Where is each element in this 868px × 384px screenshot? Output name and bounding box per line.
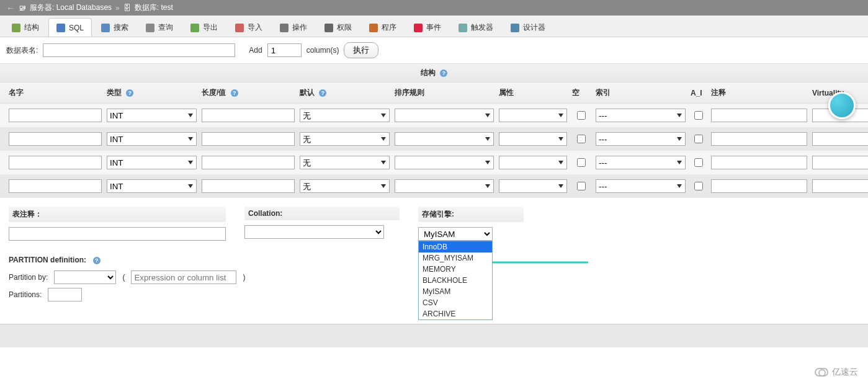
partitions-count-input[interactable] — [48, 288, 82, 301]
tab-operations[interactable]: 操作 — [272, 18, 315, 37]
privileges-icon — [324, 24, 333, 32]
tab-triggers[interactable]: 触发器 — [450, 18, 501, 37]
add-count-input[interactable] — [267, 43, 302, 57]
col-index-select[interactable]: --- — [596, 156, 686, 169]
table-name-label: 数据表名: — [6, 45, 38, 56]
engine-option[interactable]: ARCHIVE — [419, 308, 492, 319]
col-attr-select[interactable] — [499, 156, 567, 169]
engine-option[interactable]: CSV — [419, 297, 492, 308]
columns-label: column(s) — [306, 46, 339, 55]
col-null-checkbox[interactable] — [577, 111, 586, 120]
col-attr-select[interactable] — [499, 179, 567, 193]
col-ai-checkbox[interactable] — [694, 182, 703, 190]
col-default: 默认 ? — [300, 87, 390, 98]
col-index-select[interactable]: --- — [596, 179, 686, 193]
col-type-select[interactable]: INT — [107, 132, 197, 146]
tab-import[interactable]: 导入 — [227, 18, 271, 37]
col-virtuality-select[interactable] — [812, 179, 868, 193]
col-name-input[interactable] — [9, 156, 102, 169]
tab-search[interactable]: 搜索 — [93, 18, 136, 37]
col-comments-input[interactable] — [711, 179, 807, 193]
col-length-input[interactable] — [202, 109, 295, 122]
collation-block: Collation: — [244, 207, 400, 241]
col-length-input[interactable] — [202, 156, 295, 169]
tab-label: 设计器 — [523, 22, 545, 33]
tab-events[interactable]: 事件 — [406, 18, 449, 37]
col-default-select[interactable]: 无 — [300, 179, 390, 193]
col-type-select[interactable]: INT — [107, 109, 197, 122]
table-name-input[interactable] — [43, 43, 235, 57]
col-ai-checkbox[interactable] — [694, 135, 703, 143]
tab-structure[interactable]: 结构 — [4, 18, 47, 37]
engine-option[interactable]: BLACKHOLE — [419, 275, 492, 286]
col-comments: 注释 — [711, 87, 807, 98]
database-icon: 🗄 — [123, 4, 131, 12]
col-attr: 属性 — [499, 87, 567, 98]
table-comment-input[interactable] — [9, 227, 226, 241]
col-ai-checkbox[interactable] — [694, 158, 703, 167]
col-virtuality-select[interactable] — [812, 132, 868, 146]
structure-header: 结构 ? — [0, 63, 868, 83]
breadcrumb-separator: » — [115, 4, 120, 12]
tab-privileges[interactable]: 权限 — [316, 18, 360, 37]
execute-button[interactable]: 执行 — [344, 42, 378, 58]
tab-export[interactable]: 导出 — [182, 18, 226, 37]
col-index-select[interactable]: --- — [596, 109, 686, 122]
col-null-checkbox[interactable] — [577, 158, 586, 167]
partition-by-select[interactable] — [54, 270, 116, 284]
col-name-input[interactable] — [9, 132, 102, 146]
breadcrumb-server[interactable]: 服务器: Local Databases — [30, 2, 112, 13]
help-icon[interactable]: ? — [231, 89, 238, 97]
col-attr-select[interactable] — [499, 132, 567, 146]
col-name-input[interactable] — [9, 179, 102, 193]
breadcrumb-database[interactable]: 数据库: test — [135, 2, 173, 13]
col-default-select[interactable]: 无 — [300, 132, 390, 146]
col-index-select[interactable]: --- — [596, 132, 686, 146]
help-icon[interactable]: ? — [93, 257, 101, 264]
tab-label: 导入 — [248, 22, 262, 33]
table-comment-block: 表注释： — [9, 207, 226, 241]
export-icon — [190, 24, 199, 32]
collation-select[interactable] — [244, 225, 384, 239]
help-icon[interactable]: ? — [319, 89, 326, 97]
col-null-checkbox[interactable] — [577, 135, 586, 143]
engine-option[interactable]: MEMORY — [419, 264, 492, 275]
col-comments-input[interactable] — [711, 132, 807, 146]
col-type-select[interactable]: INT — [107, 179, 197, 193]
partitions-count-label: Partitions: — [9, 290, 42, 299]
tab-sql[interactable]: SQL — [48, 18, 92, 37]
col-default-select[interactable]: 无 — [300, 109, 390, 122]
back-arrow-icon[interactable]: ← — [6, 3, 15, 13]
col-type-select[interactable]: INT — [107, 156, 197, 169]
col-collation-select[interactable] — [395, 179, 494, 193]
col-default-select[interactable]: 无 — [300, 156, 390, 169]
tab-query[interactable]: 查询 — [138, 18, 181, 37]
tab-label: 搜索 — [114, 22, 128, 33]
col-collation-select[interactable] — [395, 109, 494, 122]
col-comments-input[interactable] — [711, 156, 807, 169]
col-length-input[interactable] — [202, 132, 295, 146]
col-attr-select[interactable] — [499, 109, 567, 122]
storage-engine-select[interactable]: MyISAM — [418, 227, 493, 241]
tab-routines[interactable]: 程序 — [361, 18, 405, 37]
col-null-checkbox[interactable] — [577, 182, 586, 190]
engine-option[interactable]: InnoDB — [419, 241, 492, 252]
col-length-input[interactable] — [202, 179, 295, 193]
engine-option[interactable]: MRG_MYISAM — [419, 252, 492, 264]
col-comments-input[interactable] — [711, 109, 807, 122]
partition-expression-input[interactable] — [131, 270, 236, 284]
col-name-input[interactable] — [9, 109, 102, 122]
help-icon[interactable]: ? — [126, 89, 133, 97]
storage-engine-options: InnoDBMRG_MYISAMMEMORYBLACKHOLEMyISAMCSV… — [418, 241, 493, 320]
tab-designer[interactable]: 设计器 — [503, 18, 553, 37]
col-ai: A_I — [691, 89, 706, 97]
engine-block: 存储引擎: MyISAM InnoDBMRG_MYISAMMEMORYBLACK… — [418, 207, 524, 241]
col-name: 名字 — [9, 87, 102, 98]
col-collation-select[interactable] — [395, 156, 494, 169]
events-icon — [414, 24, 423, 32]
engine-option[interactable]: MyISAM — [419, 286, 492, 297]
help-icon[interactable]: ? — [440, 69, 447, 77]
col-virtuality-select[interactable] — [812, 156, 868, 169]
col-collation-select[interactable] — [395, 132, 494, 146]
col-ai-checkbox[interactable] — [694, 111, 703, 120]
